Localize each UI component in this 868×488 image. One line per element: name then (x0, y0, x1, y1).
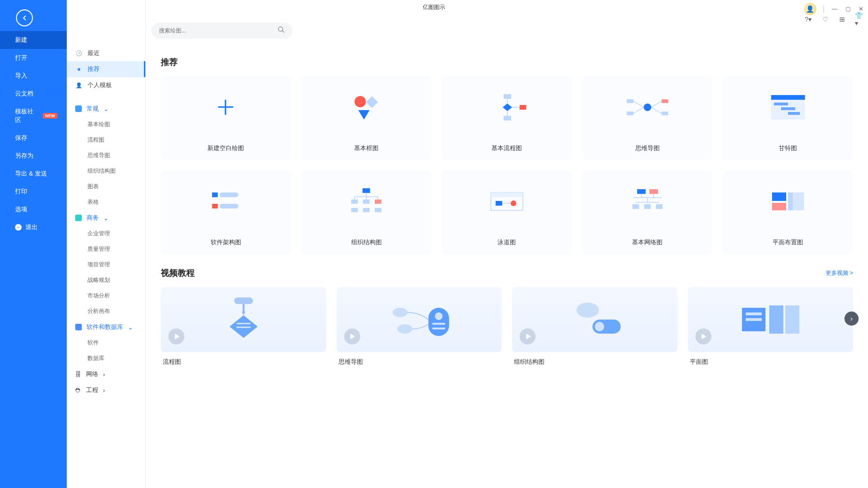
svg-rect-80 (785, 305, 799, 334)
video-thumb-org (560, 294, 630, 345)
svg-rect-66 (237, 327, 251, 328)
close-button[interactable]: ✕ (858, 6, 864, 12)
cat-group-software[interactable]: 软件和数据库⌄ (67, 319, 145, 335)
cat-sub-item[interactable]: 市场分析 (67, 288, 145, 304)
cat-sub-item[interactable]: 组织结构图 (67, 163, 145, 179)
card-label: 基本流程图 (491, 138, 522, 160)
video-card-org[interactable]: 组织结构图 (512, 287, 678, 366)
sidebar-item-new[interactable]: 新建 (0, 31, 67, 49)
svg-rect-57 (772, 192, 786, 201)
sidebar-item-import[interactable]: 导入 (0, 67, 67, 85)
svg-rect-40 (363, 208, 370, 212)
template-card-org-chart[interactable]: 组织结构图 (301, 170, 432, 254)
chevron-right-icon: › (103, 371, 105, 378)
svg-rect-27 (220, 192, 238, 197)
cat-sub-item[interactable]: 数据库 (67, 351, 145, 366)
cat-sub-item[interactable]: 软件 (67, 335, 145, 351)
cat-group-engineering[interactable]: ⛑工程› (67, 382, 145, 398)
sidebar-item-community[interactable]: 模板社区NEW (0, 103, 67, 129)
video-card-plan[interactable]: 平面图 (688, 287, 853, 366)
template-card-mindmap[interactable]: 思维导图 (582, 76, 712, 160)
cat-group-general[interactable]: 常规⌄ (67, 101, 145, 117)
video-next-button[interactable]: › (844, 312, 859, 326)
folder-icon (75, 324, 82, 330)
cat-label: 商务 (87, 214, 99, 222)
svg-point-68 (435, 312, 442, 320)
category-sidebar: 🕒最近 ★推荐 👤个人模板 常规⌄ 基本绘图 流程图 思维导图 组织结构图 图表… (67, 0, 146, 488)
sidebar-item-print[interactable]: 打印 (0, 183, 67, 200)
cat-sub-item[interactable]: 分析画布 (67, 304, 145, 319)
svg-rect-23 (774, 103, 788, 105)
user-avatar[interactable]: 👤 (804, 3, 816, 15)
cat-sub-item[interactable]: 项目管理 (67, 257, 145, 272)
sidebar-item-cloud[interactable]: 云文档 (0, 85, 67, 103)
section-title-recommend: 推荐 (161, 56, 853, 68)
cat-personal[interactable]: 👤个人模板 (67, 77, 145, 93)
card-label: 平面布置图 (773, 232, 803, 254)
flowchart-icon (486, 93, 528, 121)
sidebar-item-save[interactable]: 保存 (0, 129, 67, 147)
swimlane-icon (488, 190, 526, 213)
new-badge: NEW (43, 113, 57, 119)
sidebar-item-label: 另存为 (15, 152, 33, 160)
cat-sub-item[interactable]: 图表 (67, 179, 145, 194)
card-label: 甘特图 (779, 138, 797, 160)
search-icon[interactable] (277, 26, 285, 35)
sidebar-item-open[interactable]: 打开 (0, 49, 67, 67)
template-card-basic-block[interactable]: 基本框图 (301, 76, 432, 160)
maximize-button[interactable]: ▢ (844, 6, 851, 12)
cat-group-business[interactable]: 商务⌄ (67, 210, 145, 226)
video-label: 流程图 (161, 352, 326, 366)
main-content: 推荐 新建空白绘图 基本框图 基本流程图 (146, 0, 868, 488)
cat-sub-item[interactable]: 流程图 (67, 132, 145, 148)
sidebar-item-saveas[interactable]: 另存为 (0, 147, 67, 165)
template-card-swimlane[interactable]: 泳道图 (442, 170, 572, 254)
cat-recommend[interactable]: ★推荐 (67, 61, 145, 77)
svg-rect-79 (769, 305, 783, 334)
cat-group-network[interactable]: 🗄网络› (67, 366, 145, 382)
svg-rect-37 (363, 200, 370, 204)
template-card-gantt[interactable]: 甘特图 (723, 76, 853, 160)
svg-point-73 (576, 303, 599, 318)
svg-marker-7 (503, 104, 512, 111)
cat-sub-item[interactable]: 质量管理 (67, 241, 145, 257)
video-label: 思维导图 (337, 352, 502, 366)
sidebar-item-label: 打印 (15, 187, 27, 196)
chevron-right-icon: › (103, 387, 105, 394)
template-card-software-arch[interactable]: 软件架构图 (161, 170, 291, 254)
svg-rect-36 (351, 200, 358, 204)
file-sidebar: 新建 打开 导入 云文档 模板社区NEW 保存 另存为 导出 & 发送 打印 选… (0, 0, 67, 488)
minimize-button[interactable]: — (831, 6, 838, 12)
gantt-icon (769, 93, 807, 121)
sidebar-item-label: 模板社区 (15, 107, 39, 124)
video-card-mind[interactable]: 思维导图 (337, 287, 502, 366)
template-card-blank[interactable]: 新建空白绘图 (161, 76, 291, 160)
cat-sub-item[interactable]: 基本绘图 (67, 117, 145, 132)
section-title-video: 视频教程 更多视频 > (161, 267, 853, 279)
sidebar-item-export[interactable]: 导出 & 发送 (0, 165, 67, 183)
svg-rect-19 (662, 99, 668, 103)
app-title: 亿图图示 (423, 3, 445, 11)
video-card-flow[interactable]: 流程图 (161, 287, 326, 366)
cat-sub-item[interactable]: 表格 (67, 194, 145, 210)
template-card-floorplan[interactable]: 平面布置图 (723, 170, 853, 254)
chevron-down-icon: ⌄ (128, 324, 133, 331)
template-card-basic-flow[interactable]: 基本流程图 (442, 76, 572, 160)
sidebar-item-label: 新建 (15, 36, 27, 44)
template-card-network[interactable]: 基本网络图 (582, 170, 712, 254)
sidebar-item-label: 保存 (15, 134, 27, 142)
sidebar-item-exit[interactable]: −退出 (0, 218, 67, 236)
svg-rect-38 (375, 200, 381, 204)
orgchart-icon (347, 187, 385, 216)
cat-recent[interactable]: 🕒最近 (67, 45, 145, 61)
sidebar-item-options[interactable]: 选项 (0, 200, 67, 218)
more-videos-link[interactable]: 更多视频 > (826, 269, 853, 277)
search-box[interactable] (151, 23, 292, 39)
cat-sub-item[interactable]: 思维导图 (67, 148, 145, 163)
svg-rect-28 (212, 204, 218, 208)
svg-point-0 (278, 27, 283, 31)
cat-label: 网络 (86, 370, 98, 378)
cat-sub-item[interactable]: 企业管理 (67, 226, 145, 241)
search-input[interactable] (159, 27, 277, 34)
cat-sub-item[interactable]: 战略规划 (67, 272, 145, 288)
